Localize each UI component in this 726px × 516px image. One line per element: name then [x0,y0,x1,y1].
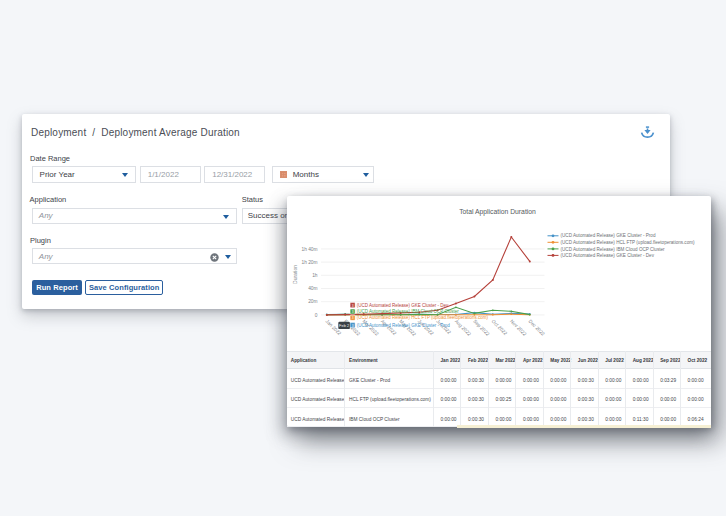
svg-text:Sep 2022: Sep 2022 [472,318,490,336]
svg-text:0: 0 [314,312,317,317]
svg-text:(UCD Automated Release) GKE Cl: (UCD Automated Release) GKE Cluster - Pr… [560,233,655,238]
svg-text:Feb 2: Feb 2 [339,322,349,327]
svg-text:20m: 20m [308,299,317,304]
svg-text:(UCD Automated Release) HCL FT: (UCD Automated Release) HCL FTP (upload.… [356,315,488,320]
svg-text:40m: 40m [308,286,317,291]
svg-text:(UCD Automated Release) HCL FT: (UCD Automated Release) HCL FTP (upload.… [560,239,695,244]
svg-text:Aug 2022: Aug 2022 [453,318,471,336]
svg-text:May 2022: May 2022 [398,318,417,337]
svg-text:Nov 2022: Nov 2022 [509,318,527,336]
svg-text:Total Application Duration: Total Application Duration [459,208,536,216]
svg-text:(UCD Automated Release) GKE Cl: (UCD Automated Release) GKE Cluster - De… [560,253,654,258]
svg-text:3: 3 [351,309,353,313]
svg-text:Duration: Duration [291,264,297,283]
svg-text:(UCD Automated Release) IBM Cl: (UCD Automated Release) IBM Cloud OCP Cl… [356,309,458,314]
svg-text:(UCD Automated Release) IBM Cl: (UCD Automated Release) IBM Cloud OCP Cl… [560,246,665,251]
svg-text:Oct 2022: Oct 2022 [490,318,508,336]
svg-text:(UCD Automated Release) GKE Cl: (UCD Automated Release) GKE Cluster - Pr… [356,322,450,327]
svg-text:(UCD Automated Release) GKE Cl: (UCD Automated Release) GKE Cluster - De… [356,302,448,307]
svg-text:1h: 1h [312,273,318,278]
svg-text:1h 40m: 1h 40m [301,246,317,251]
svg-text:3: 3 [351,323,353,327]
svg-text:1h 20m: 1h 20m [301,259,317,264]
svg-text:3: 3 [351,316,353,320]
svg-text:Dec 2022: Dec 2022 [527,318,545,336]
svg-text:3: 3 [351,303,353,307]
